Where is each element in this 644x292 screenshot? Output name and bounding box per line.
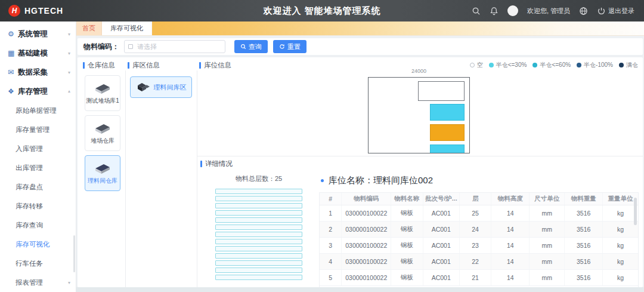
legend-swatch — [489, 63, 494, 67]
sidebar-scrollbar[interactable] — [73, 235, 75, 272]
table-header-cell: 尺寸单位 — [530, 193, 565, 205]
stack-layer — [215, 260, 302, 266]
material-code-label: 物料编码： — [83, 42, 119, 52]
table-row[interactable]: 5 030000100022 钢板 AC001 21 14 mm 3516 kg — [320, 270, 638, 286]
table-cell: 5 — [320, 270, 342, 285]
legend-item: 半仓<=60% — [532, 61, 571, 69]
table-header-row: #物料编码物料名称批次号/炉...层物料高度尺寸单位物料重量重量单位 — [320, 193, 638, 205]
legend-label: 满仓 — [626, 61, 638, 69]
warehouse-slab-icon — [92, 162, 113, 176]
sidebar-item-label: 行车任务 — [16, 259, 43, 268]
sidebar-item[interactable]: 基础建模 ▾ — [0, 44, 76, 63]
main-area: 首页 库存可视化 物料编码： 查询 — [76, 21, 644, 292]
select-prefix-icon — [128, 44, 133, 49]
table-cell: AC001 — [423, 254, 460, 269]
stack-layer — [215, 268, 302, 273]
horizontal-scrollbar-track[interactable] — [76, 287, 644, 292]
tab[interactable]: 库存可视化 — [102, 21, 152, 35]
stack-layer — [215, 246, 302, 251]
sidebar-item[interactable]: 系统管理 ▾ — [0, 24, 76, 44]
sidebar-item[interactable]: 库存查询 ▾ — [0, 216, 76, 235]
reset-button[interactable]: 重置 — [273, 40, 306, 53]
area-card[interactable]: 理料间库区 — [130, 76, 192, 98]
sidebar-item-label: 入库管理 — [16, 145, 43, 153]
table-cell: 3516 — [565, 238, 603, 253]
avatar[interactable] — [507, 5, 518, 16]
table-row[interactable]: 4 030000100022 钢板 AC001 22 14 mm 3516 kg — [320, 254, 638, 270]
column-divider — [125, 70, 126, 287]
table-cell: 2 — [320, 222, 342, 237]
table-cell: 钢板 — [391, 222, 423, 237]
app-root: H HGTECH 欢迎进入 智能堆场管理系统 欢迎您, 管理员 — [0, 0, 644, 292]
warehouse-card[interactable]: 测试堆场库1 — [85, 75, 120, 111]
table-cell: kg — [603, 238, 638, 253]
sidebar-item[interactable]: 入库管理 ▾ — [0, 139, 76, 158]
menu-icon — [8, 88, 18, 95]
search-icon[interactable] — [472, 7, 481, 16]
sidebar-item[interactable]: 库存转移 ▾ — [0, 196, 76, 216]
title-accent-bar — [128, 62, 129, 69]
table-cell: 030000100022 — [342, 270, 391, 285]
area-section-title: 库区信息 — [128, 61, 160, 70]
refresh-icon — [279, 44, 285, 50]
table-cell: kg — [603, 205, 638, 221]
warehouse-name: 测试堆场库1 — [86, 97, 119, 104]
title-accent-bar — [83, 62, 85, 69]
sidebar-item[interactable]: 库存盘点 ▾ — [0, 177, 76, 196]
total-layers-label: 物料总层数： — [236, 175, 275, 182]
warehouse-section-title: 仓库信息 — [83, 61, 115, 70]
legend-item: 半仓-100% — [577, 61, 613, 69]
table-cell: 3516 — [565, 270, 603, 285]
table-row[interactable]: 2 030000100022 钢板 AC001 24 14 mm 3516 kg — [320, 222, 638, 238]
power-icon — [597, 7, 606, 16]
sidebar-item[interactable]: 出库管理 ▾ — [0, 158, 76, 177]
table-row[interactable]: 3 030000100022 钢板 AC001 23 14 mm 3516 kg — [320, 238, 638, 254]
table-cell: 14 — [491, 222, 530, 237]
stack-layer — [215, 196, 302, 201]
notification-bell-icon[interactable] — [490, 7, 499, 16]
table-cell: 21 — [460, 270, 491, 285]
table-scrollbar[interactable] — [634, 198, 637, 225]
sidebar-item-label: 基础建模 — [18, 48, 48, 59]
stack-layer — [215, 253, 302, 259]
table-cell: 030000100022 — [342, 205, 391, 221]
table-cell: AC001 — [423, 222, 460, 237]
sidebar-item[interactable]: 库存管理 ▾ — [0, 82, 76, 101]
warehouse-card[interactable]: 堆场仓库 — [85, 115, 120, 151]
table-cell: mm — [530, 270, 565, 285]
location-name-label: 库位名称： — [329, 175, 373, 186]
title-accent-bar — [199, 62, 201, 69]
table-row[interactable]: 1 030000100022 钢板 AC001 25 14 mm 3516 kg — [320, 205, 638, 222]
sidebar-item[interactable]: 数据采集 ▾ — [0, 63, 76, 82]
sidebar-item-label: 原始单据管理 — [16, 106, 57, 115]
tab[interactable]: 首页 — [76, 21, 102, 35]
storage-slot[interactable] — [430, 124, 465, 141]
warehouse-card[interactable]: 理料间仓库 — [85, 155, 120, 191]
sidebar-item[interactable]: 库存可视化 ▾ — [0, 235, 76, 254]
top-header: H HGTECH 欢迎进入 智能堆场管理系统 欢迎您, 管理员 — [0, 0, 644, 21]
storage-slot[interactable] — [430, 104, 465, 121]
table-cell: 030000100022 — [342, 254, 391, 269]
storage-slot[interactable] — [430, 145, 465, 153]
area-name: 理料间库区 — [154, 83, 187, 92]
table-cell: 钢板 — [391, 238, 423, 253]
total-layers-value: 25 — [275, 175, 282, 182]
table-cell: 22 — [460, 254, 491, 269]
material-code-input[interactable] — [124, 40, 225, 53]
table-body: 1 030000100022 钢板 AC001 25 14 mm 3516 kg — [320, 205, 638, 286]
table-header-cell: 批次号/炉... — [423, 193, 460, 205]
sidebar-item[interactable]: 库存量管理 ▾ — [0, 120, 76, 139]
warehouse-slab-icon — [92, 122, 113, 136]
query-button[interactable]: 查询 — [234, 40, 268, 53]
table-cell: kg — [603, 270, 638, 285]
sidebar-item[interactable]: 报表管理 ▾ — [0, 273, 76, 292]
language-globe-icon[interactable] — [579, 7, 588, 16]
logout-button[interactable]: 退出登录 — [597, 7, 634, 16]
storage-slot[interactable] — [418, 81, 465, 101]
sidebar-item[interactable]: 原始单据管理 ▾ — [0, 101, 76, 120]
legend-item: 半仓<=30% — [489, 61, 527, 69]
legend-swatch — [619, 63, 624, 67]
table-cell: AC001 — [423, 238, 460, 253]
sidebar-item[interactable]: 行车任务 ▾ — [0, 254, 76, 273]
section-title-text: 仓库信息 — [88, 61, 115, 70]
